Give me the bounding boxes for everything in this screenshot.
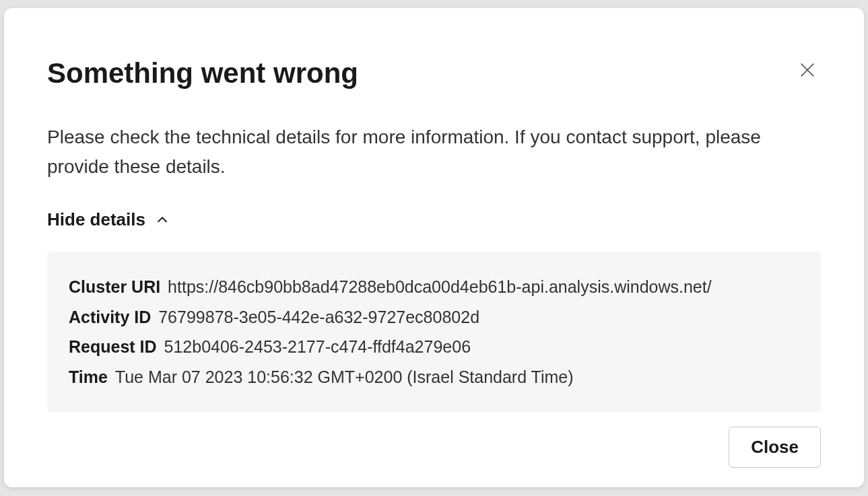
detail-activity-id: Activity ID 76799878-3e05-442e-a632-9727… (69, 302, 799, 332)
close-button[interactable]: Close (729, 427, 821, 468)
dialog-message: Please check the technical details for m… (47, 122, 761, 181)
detail-label: Activity ID (69, 308, 151, 326)
dialog-header: Something went wrong (47, 57, 821, 90)
detail-request-id: Request ID 512b0406-2453-2177-c474-ffdf4… (69, 332, 799, 362)
details-toggle[interactable]: Hide details (47, 209, 170, 230)
detail-cluster-uri: Cluster URI https://846cb90bb8ad47288eb0… (69, 272, 799, 302)
detail-label: Request ID (69, 337, 157, 356)
details-toggle-label: Hide details (47, 209, 145, 230)
close-icon-button[interactable] (794, 57, 821, 83)
detail-value: 512b0406-2453-2177-c474-ffdf4a279e06 (164, 337, 471, 356)
detail-label: Cluster URI (69, 277, 160, 296)
technical-details-panel: Cluster URI https://846cb90bb8ad47288eb0… (47, 252, 821, 412)
detail-value: 76799878-3e05-442e-a632-9727ec80802d (158, 308, 479, 326)
dialog-footer: Close (47, 427, 821, 468)
error-dialog: Something went wrong Please check the te… (4, 8, 864, 487)
dialog-title: Something went wrong (47, 57, 358, 90)
detail-value: https://846cb90bb8ad47288eb0dca00d4eb61b… (168, 277, 712, 296)
detail-label: Time (69, 367, 108, 386)
close-icon (797, 59, 818, 81)
detail-value: Tue Mar 07 2023 10:56:32 GMT+0200 (Israe… (115, 367, 574, 386)
detail-time: Time Tue Mar 07 2023 10:56:32 GMT+0200 (… (69, 362, 799, 392)
chevron-up-icon (155, 213, 170, 227)
